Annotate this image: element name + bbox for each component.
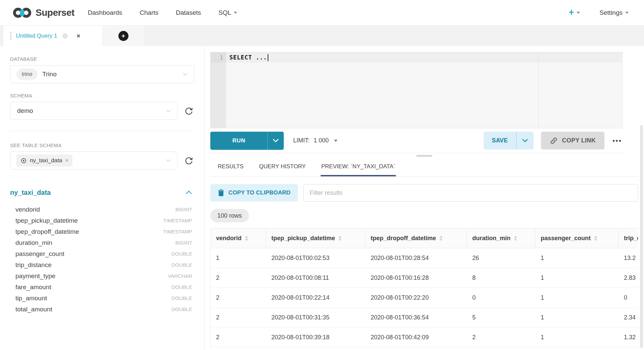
nav-item-sql[interactable]: SQL [218,9,237,16]
column-header-vendorid[interactable]: vendorid [211,228,266,248]
refresh-tables-button[interactable] [183,155,194,166]
column-header-duration_min[interactable]: duration_min [467,228,535,248]
see-table-schema-label: SEE TABLE SCHEMA [10,142,194,148]
limit-value: 1 000 [314,137,329,144]
table-schema-select[interactable]: ny_taxi_data × [10,151,177,170]
column-name: payment_type [15,272,55,280]
table-cell: 2 [211,268,266,288]
caret-down-icon [234,12,237,14]
results-tab-0[interactable]: RESULTS [217,161,244,176]
table-cell: 2.34 [619,308,638,327]
remove-table-icon[interactable]: × [65,158,68,164]
schema-select[interactable]: demo [10,102,177,120]
add-tab-button[interactable]: + [118,31,128,41]
caret-down-icon [577,12,580,14]
column-name: passenger_count [15,250,64,258]
brand-wordmark: Superset [36,7,74,18]
more-options-button[interactable]: ••• [612,135,623,147]
chevron-down-icon [182,71,188,77]
column-type: DOUBLE [171,284,194,290]
column-header-passenger_count[interactable]: passenger_count [535,228,619,248]
column-header-tpep_dropoff_datetime[interactable]: tpep_dropoff_datetime [365,228,467,248]
limit-dropdown[interactable]: LIMIT: 1 000 [293,137,337,144]
sort-icon [245,236,248,241]
nav-item-label: Charts [140,9,158,16]
column-name: total_amount [15,306,52,313]
table-cell: 1 [535,268,619,288]
collapse-table-icon[interactable] [183,187,194,198]
drag-handle-icon[interactable] [10,32,11,40]
table-row: 22020-08-01T00:39:182020-08-01T00:42:092… [211,327,638,347]
table-row: 22020-08-01T00:31:352020-08-01T00:36:545… [211,308,638,327]
copy-to-clipboard-button[interactable]: COPY TO CLIPBOARD [210,184,298,202]
superset-logo[interactable]: Superset [13,6,74,19]
superset-infinity-icon [13,6,32,19]
copy-link-button[interactable]: COPY LINK [541,132,604,149]
table-cell: 1 [535,288,619,307]
sort-icon [594,236,597,241]
unsaved-indicator-dot [62,33,68,39]
save-button[interactable]: SAVE [484,132,516,149]
column-header-tpep_pickup_datetime[interactable]: tpep_pickup_datetime [266,228,365,248]
column-type: TIMESTAMP [163,229,194,234]
top-navbar: Superset DashboardsChartsDatasetsSQL + S… [0,0,644,26]
table-row: 22020-08-01T00:08:112020-08-01T00:16:288… [211,268,638,288]
nav-item-charts[interactable]: Charts [140,9,158,16]
results-tab-bar: RESULTSQUERY HISTORYPREVIEW: `NY_TAXI_DA… [210,159,638,177]
sort-asc-icon [245,236,248,238]
column-name: tpep_pickup_datetime [15,217,78,224]
column-type: BIGINT [175,240,194,246]
filter-results-input[interactable] [303,184,638,202]
table-cell: 2020-08-01T00:16:28 [365,268,467,288]
sql-lab-sidebar: DATABASE trino Trino SCHEMA demo [0,46,204,350]
table-cell: 1 [211,248,266,268]
run-options-button[interactable] [267,132,284,150]
results-table: vendoridtpep_pickup_datetimetpep_dropoff… [210,228,638,347]
print-margin-line [538,52,539,128]
sql-editor[interactable]: 1 SELECT ... [210,52,623,128]
sort-asc-icon [594,236,597,238]
nav-item-datasets[interactable]: Datasets [176,9,201,16]
close-tab-icon[interactable]: × [76,32,80,40]
save-options-button[interactable] [516,132,534,149]
table-cell: 2020-08-01T00:39:18 [266,327,365,347]
table-cell: 2020-08-01T00:08:11 [266,268,365,288]
table-cell: 2 [211,308,266,327]
superset-sql-lab: Superset DashboardsChartsDatasetsSQL + S… [0,0,644,350]
table-row: 12020-08-01T00:02:532020-08-01T00:28:542… [211,248,638,268]
new-item-button[interactable]: + [569,7,580,18]
pane-resize-handle[interactable] [416,155,432,157]
results-tab-2[interactable]: PREVIEW: `NY_TAXI_DATA` [321,161,396,176]
vertical-scrollbar[interactable] [640,125,643,348]
schema-column-row: total_amountDOUBLE [10,304,194,315]
sort-asc-icon [440,236,442,238]
nav-item-dashboards[interactable]: Dashboards [88,9,122,16]
sort-icon [339,236,341,241]
sort-desc-icon [514,239,517,241]
divider [9,131,196,131]
database-select[interactable]: trino Trino [10,65,194,83]
results-tab-1[interactable]: QUERY HISTORY [258,161,307,176]
refresh-schemas-button[interactable] [183,105,194,116]
column-header-label: vendorid [216,235,241,242]
column-type: DOUBLE [171,262,194,268]
run-button[interactable]: RUN [210,132,267,150]
sort-icon [440,236,442,241]
table-cell: 2020-08-01T00:28:54 [365,248,467,268]
selected-table-pill: ny_taxi_data × [16,155,72,167]
column-name: tpep_dropoff_datetime [15,228,79,235]
column-name: tip_amount [15,295,47,302]
settings-menu[interactable]: Settings [599,9,629,16]
sort-asc-icon [339,236,341,238]
link-icon [550,137,558,145]
editor-code-area[interactable]: SELECT ... [226,52,622,128]
query-tab[interactable]: Untitled Query 1 × [3,26,103,46]
column-header-trip_distance[interactable]: trip_distance [619,228,638,248]
column-type: DOUBLE [171,295,194,301]
sort-asc-icon [514,236,517,238]
new-tab-segment: + [103,26,144,46]
table-name-heading[interactable]: ny_taxi_data [10,189,51,196]
text-cursor [268,54,268,61]
table-cell: 2020-08-01T00:31:35 [266,308,365,327]
column-type: BIGINT [175,207,194,212]
